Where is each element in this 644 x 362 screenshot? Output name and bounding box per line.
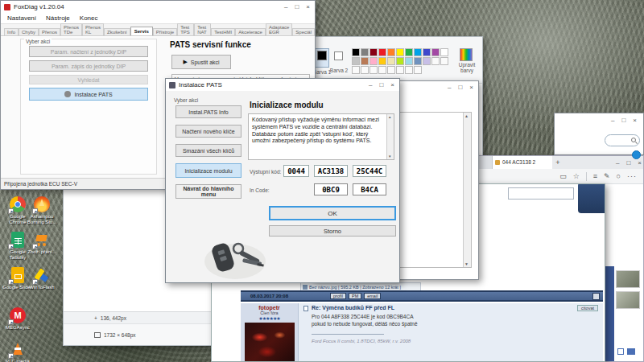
dialog-button-smazani-klicu[interactable]: Smazání všech klíčů bbox=[175, 144, 242, 157]
signature: Ford Focus II combi, 1.8TDCI, 85kW, r.v.… bbox=[312, 339, 411, 343]
cancel-button[interactable]: Storno bbox=[269, 225, 396, 237]
menu-nastroje[interactable]: Nástroje bbox=[46, 14, 70, 22]
maximize-icon bbox=[626, 159, 630, 167]
maximize-icon bbox=[379, 81, 383, 88]
desktop-icon-burning-studio[interactable]: Ashampoo Burning Stu... bbox=[26, 196, 58, 224]
photo-thumbnail[interactable] bbox=[616, 270, 640, 288]
favorites-icon[interactable] bbox=[573, 172, 580, 180]
dialog-button-navrat[interactable]: Návrat do hlavního menu bbox=[175, 184, 242, 199]
tab-prenos-tde[interactable]: Přenos TDe bbox=[60, 23, 82, 35]
run-action-button[interactable]: ▶ Spustit akci bbox=[171, 55, 231, 69]
profile-button[interactable]: profil bbox=[330, 293, 346, 299]
shortcut-arrow-icon bbox=[8, 208, 14, 214]
tab-prenos-kl[interactable]: Přenos KL bbox=[82, 23, 104, 35]
close-icon bbox=[306, 3, 310, 10]
tab-zkusebni[interactable]: Zkušební bbox=[104, 28, 130, 35]
email-button[interactable]: email bbox=[364, 293, 381, 299]
scrollbar[interactable] bbox=[463, 113, 471, 267]
profile-buttons: profil PM email bbox=[330, 293, 381, 299]
tab-prenos[interactable]: Přenos bbox=[39, 28, 60, 35]
menu-konec[interactable]: Konec bbox=[80, 14, 98, 22]
sidebar-button-3[interactable]: Vyhledat bbox=[29, 75, 148, 84]
edit-colors-icon[interactable] bbox=[460, 48, 473, 61]
tab-bar: Info Chyby Přenos Přenos TDe Přenos KL Z… bbox=[1, 24, 315, 36]
post-content: Re: Výměna budíků FF před FL citovat Pro… bbox=[299, 303, 603, 361]
paint-color2-button[interactable] bbox=[332, 50, 345, 66]
web-note-icon[interactable] bbox=[604, 172, 610, 180]
sidebar-button-2[interactable]: Param. zápis do jednotky DIP bbox=[29, 60, 148, 72]
post-icon bbox=[303, 306, 308, 311]
sidebar-button-instalace-pats[interactable]: Instalace PATS bbox=[29, 88, 148, 101]
tab-adaptace-egr[interactable]: Adaptace EGR bbox=[266, 23, 292, 35]
paint-palette[interactable] bbox=[352, 48, 450, 74]
menu-nastaveni[interactable]: Nastavení bbox=[7, 14, 36, 22]
pm-button[interactable]: PM bbox=[349, 293, 361, 299]
tab-special[interactable]: Speciál bbox=[292, 28, 315, 35]
car-keys-photo bbox=[203, 234, 272, 282]
dialog-controls[interactable] bbox=[369, 81, 394, 88]
info-textbox: Kódovaný přístup vyžaduje výměnu informa… bbox=[248, 113, 394, 160]
forum-search-input[interactable] bbox=[508, 187, 574, 200]
tab-akcelerace[interactable]: Akcelerace bbox=[235, 28, 266, 35]
edge-window-controls[interactable] bbox=[616, 159, 642, 167]
post-header-row: 08.03.2017 20:08 profil PM email bbox=[241, 290, 603, 302]
attachment-label[interactable]: Bez názvu.jpg [ 595.2 KB | Zobrazeno 12 … bbox=[309, 285, 401, 290]
forum-search-button[interactable] bbox=[578, 184, 605, 213]
paint-color1-button[interactable] bbox=[315, 48, 329, 68]
post-title[interactable]: Re: Výměna budíků FF před FL bbox=[312, 305, 394, 311]
new-tab-button[interactable]: + bbox=[552, 158, 564, 167]
signature-divider bbox=[312, 334, 384, 335]
pats-dialog: Instalace PATS Vyber akci Instal.PATS In… bbox=[165, 78, 400, 283]
scrollbar[interactable] bbox=[386, 114, 394, 159]
scroll-up-icon bbox=[388, 115, 391, 119]
desktop-icon-wintoflash[interactable]: WinToFlash bbox=[26, 267, 58, 290]
quote-button[interactable]: citovat bbox=[577, 305, 598, 311]
desktop: Google Chrome Ashampoo Burning Stu... Go… bbox=[0, 0, 644, 362]
tab-servis-active[interactable]: Servis bbox=[130, 27, 153, 35]
sidebar-button-1[interactable]: Param. načtení z jednotky DIP bbox=[29, 46, 148, 57]
scroll-up-icon bbox=[464, 113, 469, 118]
search-input[interactable] bbox=[605, 134, 640, 146]
chat-icon[interactable] bbox=[627, 348, 635, 355]
incode-field-1[interactable]: 0BC9 bbox=[314, 183, 348, 195]
photo-thumbnail[interactable] bbox=[616, 291, 640, 309]
hub-icon[interactable] bbox=[593, 172, 597, 180]
keys-illustration bbox=[203, 234, 272, 282]
dialog-icon bbox=[169, 82, 175, 88]
ok-button[interactable]: OK bbox=[269, 206, 396, 220]
tab-testhmi[interactable]: TestHMI bbox=[211, 28, 235, 35]
share-icon[interactable] bbox=[617, 172, 621, 180]
tab-test-nat[interactable]: Test NAT bbox=[194, 23, 211, 35]
desktop-icon-megasync[interactable]: M MEGAsync bbox=[2, 307, 34, 331]
app-icon bbox=[4, 4, 10, 10]
dialog-sidebar-label: Vyber akci bbox=[174, 97, 198, 103]
outcode-field-3: 25C44C bbox=[353, 165, 386, 177]
notification-badge[interactable] bbox=[632, 150, 641, 159]
maximize-icon bbox=[621, 117, 625, 124]
more-icon[interactable] bbox=[627, 172, 637, 180]
outcode-field-1: 0044 bbox=[283, 165, 309, 177]
dialog-body: Vyber akci Instal.PATS Info Načtení nové… bbox=[166, 91, 399, 282]
top-button[interactable] bbox=[592, 293, 600, 300]
tab-chyby[interactable]: Chyby bbox=[19, 28, 39, 35]
username[interactable]: fotopetr bbox=[241, 305, 298, 311]
flame-icon bbox=[34, 196, 50, 212]
tab-info[interactable]: Info bbox=[4, 28, 19, 35]
tab-pristroje[interactable]: Přístroje bbox=[153, 28, 177, 35]
desktop-icon-cart[interactable]: Zboží přání... bbox=[26, 232, 58, 255]
toolbar-divider bbox=[586, 172, 587, 181]
desktop-icon-vlc[interactable]: VLC media player bbox=[2, 341, 34, 362]
reading-view-icon[interactable] bbox=[559, 172, 567, 180]
edge-tab-2-active[interactable]: 044 AC3138 2 bbox=[493, 156, 552, 169]
window-controls[interactable] bbox=[448, 84, 473, 91]
facebook-blue-strip bbox=[605, 266, 614, 361]
gallery-icon[interactable] bbox=[617, 348, 624, 355]
incode-field-2[interactable]: B4CA bbox=[353, 183, 386, 195]
tab-test-tps[interactable]: Test TPS bbox=[177, 23, 194, 35]
window-controls[interactable] bbox=[284, 3, 310, 10]
dialog-button-inicializace[interactable]: Inicializace modulu bbox=[175, 163, 242, 178]
dialog-button-nacteni-klice[interactable]: Načtení nového klíče bbox=[175, 125, 242, 138]
user-avatar[interactable] bbox=[245, 323, 295, 361]
window-controls[interactable] bbox=[611, 117, 637, 124]
dialog-button-pats-info[interactable]: Instal.PATS Info bbox=[175, 105, 242, 118]
